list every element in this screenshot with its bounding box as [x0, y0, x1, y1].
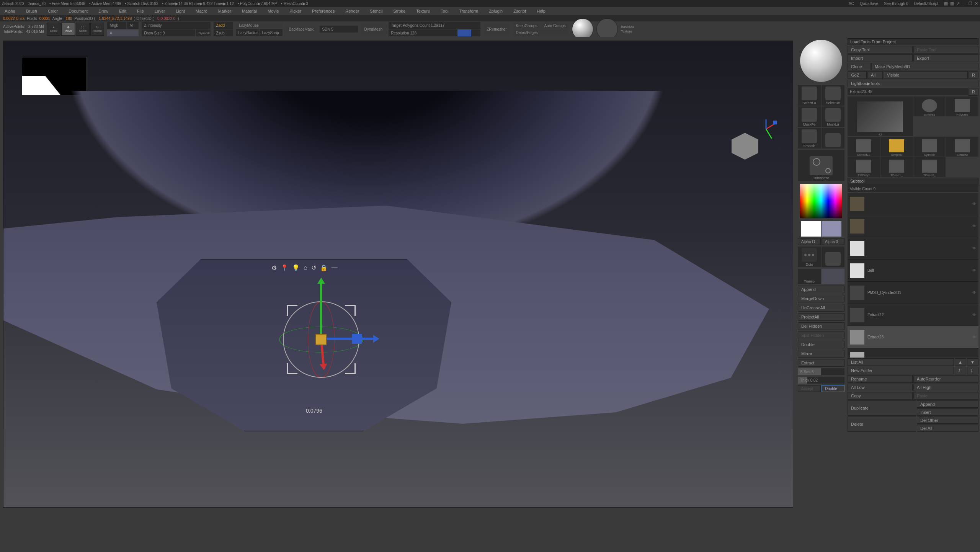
- delhidden-button[interactable]: Del Hidden: [798, 322, 844, 330]
- zremesher-button[interactable]: ZRemesher: [483, 23, 510, 36]
- gear-icon[interactable]: ⚙: [271, 264, 277, 271]
- transp-button[interactable]: Transp: [798, 269, 821, 284]
- alllow-button[interactable]: All Low: [848, 384, 913, 391]
- transform-gizmo[interactable]: [271, 290, 371, 389]
- export-button[interactable]: Export: [913, 54, 978, 62]
- goz-visible-button[interactable]: Visible: [884, 71, 968, 79]
- default-zscript[interactable]: DefaultZScript: [914, 2, 938, 6]
- bulb-icon[interactable]: 💡: [292, 264, 300, 271]
- goz-button[interactable]: GoZ: [848, 71, 867, 79]
- duplicate-button[interactable]: Duplicate: [848, 400, 916, 416]
- copytool-button[interactable]: Copy Tool: [848, 46, 913, 54]
- home-icon[interactable]: ⌂: [304, 264, 307, 271]
- delete-button[interactable]: Delete: [848, 416, 916, 432]
- menu-material[interactable]: Material: [242, 9, 257, 13]
- quicksave-button[interactable]: QuickSave: [860, 2, 878, 6]
- dynamic-button[interactable]: Dynamic: [196, 29, 211, 36]
- zadd-button[interactable]: Zadd: [214, 22, 233, 29]
- menu-edit[interactable]: Edit: [119, 9, 126, 13]
- tool-simpleb[interactable]: SimpleB: [880, 137, 913, 157]
- tool-tpose1[interactable]: TPose1_: [880, 157, 913, 177]
- resolution-slider[interactable]: Resolution 128: [389, 29, 457, 36]
- goz-r-button[interactable]: R: [969, 71, 978, 79]
- double2-button[interactable]: Double: [822, 385, 844, 392]
- paste-button[interactable]: Paste: [913, 392, 978, 400]
- mergedown-button[interactable]: MergeDown: [798, 295, 844, 302]
- movedown-button[interactable]: ⤵: [967, 367, 978, 374]
- target-poly-slider[interactable]: Target Polygons Count 1.29117: [389, 22, 480, 29]
- menu-transform[interactable]: Transform: [459, 9, 478, 13]
- reset-icon[interactable]: ↺: [311, 264, 316, 271]
- menu-texture[interactable]: Texture: [416, 9, 430, 13]
- brush-masklasso[interactable]: MaskLa: [822, 106, 844, 127]
- moveup-button[interactable]: ⤴: [955, 367, 966, 374]
- menu-help[interactable]: Help: [537, 9, 546, 13]
- lazymouse-button[interactable]: LazyMouse: [236, 22, 283, 28]
- menu-movie[interactable]: Movie: [268, 9, 279, 13]
- tool-cylinder[interactable]: Cylinder: [913, 137, 946, 157]
- lazysnap-slider[interactable]: LazySnap: [260, 29, 283, 36]
- swatch-secondary[interactable]: [822, 221, 841, 237]
- menu-picker[interactable]: Picker: [289, 9, 301, 13]
- seethrough-slider[interactable]: See-through 0: [884, 2, 908, 6]
- tool-tpose2[interactable]: TPose2_: [913, 157, 946, 177]
- ssmt-slider[interactable]: S Smt 5: [798, 368, 844, 375]
- extract-slider[interactable]: Extract23. 48: [848, 88, 968, 95]
- copy-button[interactable]: Copy: [848, 392, 913, 400]
- menu-color[interactable]: Color: [48, 9, 58, 13]
- tool-sphere[interactable]: Sphere3: [913, 96, 946, 116]
- subtool-header[interactable]: Subtool: [848, 178, 978, 185]
- brush-selectlasso[interactable]: SelectLa: [798, 85, 821, 106]
- menu-light[interactable]: Light: [176, 9, 185, 13]
- tool-extract2[interactable]: Extract2: [946, 137, 978, 157]
- stroke-alt[interactable]: [822, 247, 844, 267]
- brush-smooth[interactable]: Smooth: [798, 128, 821, 149]
- menu-zscript[interactable]: Zscript: [513, 9, 526, 13]
- goz-all-button[interactable]: All: [867, 71, 883, 79]
- a-toggle[interactable]: A: [107, 29, 139, 36]
- gizmo-x-axis[interactable]: [321, 338, 375, 340]
- listall-button[interactable]: List All: [848, 358, 954, 366]
- menu-zplugin[interactable]: Zplugin: [489, 9, 503, 13]
- import-button[interactable]: Import: [848, 54, 913, 62]
- append2-button[interactable]: Append: [917, 400, 978, 408]
- m-button[interactable]: M: [127, 22, 139, 29]
- zintensity-slider[interactable]: Z Intensity: [142, 22, 211, 29]
- lightbox-tools-button[interactable]: Lightbox▶Tools: [848, 80, 978, 87]
- mirror-button[interactable]: Mirror: [798, 350, 844, 358]
- arrow-icon[interactable]: ↗: [956, 1, 960, 6]
- menu-layer[interactable]: Layer: [155, 9, 165, 13]
- nav-axes-icon[interactable]: [755, 118, 777, 140]
- allhigh-button[interactable]: All High: [913, 384, 978, 391]
- makepolymesh-button[interactable]: Make PolyMesh3D: [871, 63, 978, 70]
- ghost-button[interactable]: [822, 269, 844, 284]
- double-button[interactable]: Double: [798, 341, 844, 348]
- arrow-down-button[interactable]: ▼: [967, 358, 978, 366]
- mrgb-button[interactable]: Mrgb: [107, 22, 126, 29]
- swatch-main[interactable]: [801, 221, 821, 237]
- draw-mode-button[interactable]: ✦Draw: [47, 23, 60, 36]
- clone-button[interactable]: Clone: [848, 63, 871, 70]
- menu-brush[interactable]: Brush: [26, 9, 37, 13]
- tool-current[interactable]: 42: [848, 96, 913, 136]
- rotate-mode-button[interactable]: ↻Rotate: [90, 23, 104, 36]
- visible-count-slider[interactable]: Visible Count 9: [848, 185, 978, 192]
- projectall-button[interactable]: ProjectAll: [798, 313, 844, 321]
- gizmo-center-handle[interactable]: [315, 334, 327, 345]
- menu-render[interactable]: Render: [345, 9, 359, 13]
- keepgroups-button[interactable]: KeepGroups: [513, 23, 540, 29]
- menu-preferences[interactable]: Preferences: [312, 9, 335, 13]
- uncrease-button[interactable]: UnCreaseAll: [798, 304, 844, 312]
- move-mode-button[interactable]: ✥Move: [61, 23, 75, 36]
- lazyradius-slider[interactable]: LazyRadius: [236, 29, 259, 36]
- stroke-dots[interactable]: Dots: [798, 247, 821, 267]
- scale-mode-button[interactable]: ⛶Scale: [76, 23, 90, 36]
- menu-icon-2[interactable]: ▦: [950, 1, 954, 6]
- sdiv-slider[interactable]: SDiv 5: [320, 26, 358, 33]
- menu-tool[interactable]: Tool: [441, 9, 448, 13]
- menu-icon[interactable]: ▦: [944, 1, 948, 6]
- arrow-up-button[interactable]: ▲: [955, 358, 966, 366]
- backfacemask-button[interactable]: BackfaceMask: [286, 26, 317, 32]
- menu-stencil[interactable]: Stencil: [370, 9, 382, 13]
- brush-empty[interactable]: [822, 128, 844, 149]
